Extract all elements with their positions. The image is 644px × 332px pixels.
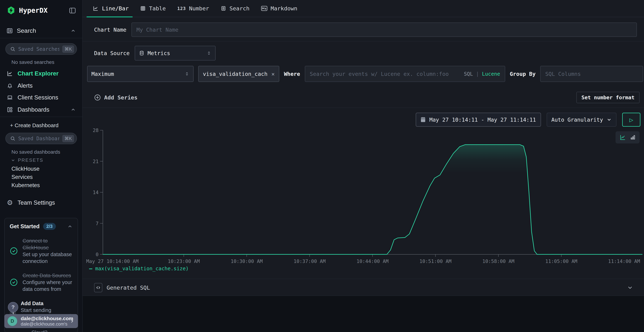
legend-series-label: max(visa_validation_cache.size) xyxy=(95,266,189,272)
set-number-format-button[interactable]: Set number format xyxy=(576,92,640,103)
aggregation-select[interactable]: Maximum xyxy=(87,66,194,82)
chart-type-tabbar: Line/Bar Table 123 Number Search xyxy=(83,0,644,17)
add-series-label: Add Series xyxy=(104,94,138,101)
chart-name-label: Chart Name xyxy=(94,27,126,33)
sidebar-divider xyxy=(0,117,82,117)
tab-label: Number xyxy=(189,5,209,12)
metric-chip[interactable]: visa_validation_cach ✕ xyxy=(198,66,279,82)
sql-toggle[interactable]: SQL xyxy=(464,71,473,77)
get-started-step-datasources[interactable]: Create Data Sources Configure where your… xyxy=(10,272,73,292)
chevron-up-icon[interactable] xyxy=(70,28,76,34)
search-section-icon xyxy=(6,28,13,34)
group-by-field[interactable] xyxy=(540,66,643,82)
where-field[interactable]: SQL | Lucene xyxy=(305,66,505,82)
tab-label: Table xyxy=(149,5,166,12)
app: HyperDX Search ⌘K No saved searches xyxy=(0,0,644,332)
svg-text:14: 14 xyxy=(93,190,98,195)
sidebar-item-label: Alerts xyxy=(18,82,32,89)
tab-search[interactable]: Search xyxy=(220,0,250,17)
chevron-down-icon[interactable] xyxy=(627,284,633,291)
saved-dashboards-search[interactable]: ⌘K xyxy=(5,133,77,144)
sidebar-section-search[interactable]: Search xyxy=(6,27,76,34)
add-series-button[interactable]: Add Series xyxy=(94,94,138,101)
divider xyxy=(83,41,644,42)
group-by-input[interactable] xyxy=(545,71,638,77)
line-chart-toggle-icon[interactable] xyxy=(619,134,626,141)
sidebar-item-chart-explorer[interactable]: Chart Explorer xyxy=(6,69,76,78)
app-title: HyperDX xyxy=(19,6,48,14)
chevron-up-icon[interactable] xyxy=(70,107,76,112)
sidebar-item-client-sessions[interactable]: Client Sessions xyxy=(6,93,76,102)
select-updown-icon xyxy=(184,72,189,76)
lucene-toggle[interactable]: Lucene xyxy=(482,71,500,77)
bar-chart-toggle-icon[interactable] xyxy=(630,134,636,140)
time-controls-row: May 27 10:14:11 - May 27 11:14:11 Auto G… xyxy=(416,113,640,127)
generated-sql-row[interactable]: Generated SQL xyxy=(94,282,633,294)
preset-kubernetes[interactable]: Kubernetes xyxy=(12,182,40,188)
main-content: Line/Bar Table 123 Number Search xyxy=(83,0,644,332)
logo[interactable]: HyperDX xyxy=(7,6,48,15)
chevron-up-icon[interactable] xyxy=(67,224,73,229)
svg-text:11:05:00 AM: 11:05:00 AM xyxy=(545,258,577,264)
date-range-picker[interactable]: May 27 10:14:11 - May 27 11:14:11 xyxy=(416,113,541,127)
line-chart-icon xyxy=(93,5,99,12)
code-icon xyxy=(94,283,102,292)
tab-line-bar[interactable]: Line/Bar xyxy=(93,0,128,17)
sidebar-divider xyxy=(0,38,82,38)
saved-dashboards-input[interactable] xyxy=(18,136,60,142)
step-title: Connect to ClickHouse xyxy=(22,237,73,251)
saved-searches-search[interactable]: ⌘K xyxy=(5,43,77,55)
close-icon[interactable]: ✕ xyxy=(271,71,274,77)
check-circle-icon xyxy=(10,247,18,255)
user-menu[interactable]: D dale@clickhouse.com dale@clickhouse.co… xyxy=(4,314,78,328)
chart-labels: 0714212810:23:00 AM10:30:00 AM10:37:00 A… xyxy=(86,128,640,264)
preset-services[interactable]: Services xyxy=(12,174,33,180)
page-background xyxy=(83,296,644,332)
tab-table[interactable]: Table xyxy=(140,0,166,17)
granularity-select[interactable]: Auto Granularity xyxy=(547,113,616,127)
select-updown-icon xyxy=(206,51,211,56)
chart-series xyxy=(103,145,642,254)
help-button[interactable]: ? xyxy=(8,302,18,312)
chart-name-input[interactable] xyxy=(136,27,632,33)
get-started-step-connect[interactable]: Connect to ClickHouse Set up your databa… xyxy=(10,237,73,264)
data-source-select[interactable]: Metrics xyxy=(135,46,216,60)
svg-text:10:30:00 AM: 10:30:00 AM xyxy=(231,258,263,264)
create-dashboard-button[interactable]: + Create Dashboard xyxy=(10,122,58,128)
run-query-button[interactable]: ▷ xyxy=(622,113,640,127)
svg-text:7: 7 xyxy=(96,221,98,226)
time-series-chart[interactable]: 0714212810:23:00 AM10:30:00 AM10:37:00 A… xyxy=(83,128,644,268)
data-source-value: Metrics xyxy=(148,50,170,56)
chart-name-field[interactable] xyxy=(132,22,637,37)
saved-searches-input[interactable] xyxy=(18,46,60,52)
search-icon xyxy=(10,46,16,52)
preset-clickhouse[interactable]: ClickHouse xyxy=(12,166,40,172)
chart-legend[interactable]: — max(visa_validation_cache.size) xyxy=(89,266,189,272)
date-range-value: May 27 10:14:11 - May 27 11:14:11 xyxy=(429,117,536,123)
svg-text:10:51:00 AM: 10:51:00 AM xyxy=(420,258,452,264)
tab-number[interactable]: 123 Number xyxy=(177,0,209,17)
tab-label: Search xyxy=(230,5,250,12)
sidebar-item-team-settings[interactable]: ⚙ Team Settings xyxy=(6,198,76,207)
data-source-row: Data Source Metrics xyxy=(94,46,216,60)
presets-toggle[interactable]: PRESETS xyxy=(11,158,43,163)
markdown-icon xyxy=(261,6,268,11)
sidebar-item-alerts[interactable]: Alerts xyxy=(6,81,76,90)
series-actions-row: Add Series Set number format xyxy=(94,92,640,104)
chart-name-row: Chart Name xyxy=(94,22,637,37)
step-desc: Configure where your data comes from xyxy=(22,279,73,292)
collapse-sidebar-icon[interactable] xyxy=(69,7,76,14)
where-input[interactable] xyxy=(310,71,461,77)
sidebar-item-dashboards[interactable]: Dashboards xyxy=(6,105,76,114)
sidebar-item-label: Client Sessions xyxy=(18,94,58,101)
table-icon xyxy=(140,6,146,11)
svg-text:10:44:00 AM: 10:44:00 AM xyxy=(356,258,388,264)
database-icon xyxy=(139,50,144,56)
group-by-label: Group By xyxy=(510,71,536,77)
chart-axes xyxy=(100,130,642,257)
check-circle-icon xyxy=(10,278,18,286)
tab-markdown[interactable]: Markdown xyxy=(261,0,297,17)
bell-icon xyxy=(6,82,13,89)
gear-icon: ⚙ xyxy=(6,199,13,206)
toggle-separator: | xyxy=(476,71,479,77)
